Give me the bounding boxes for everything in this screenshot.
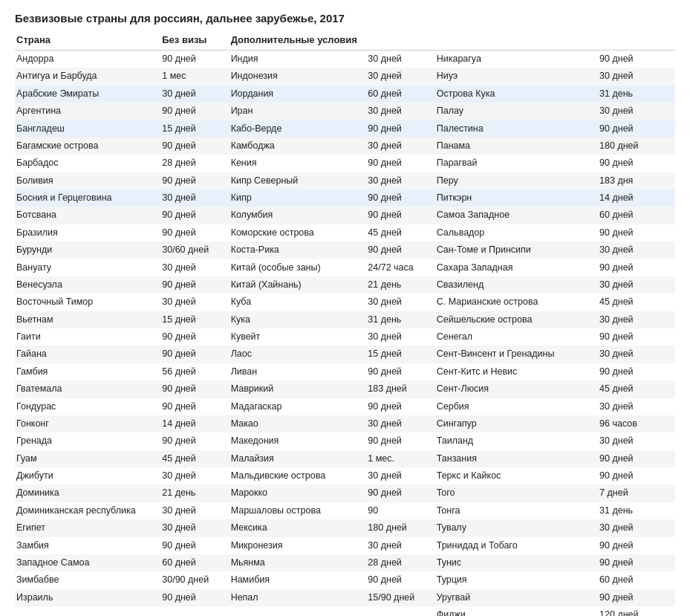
cell-r24-c4: Теркс и Кайкос bbox=[435, 467, 598, 484]
table-row: Багамские острова90 днейКамбоджа30 днейП… bbox=[15, 137, 675, 155]
cell-r5-c3: 30 дней bbox=[366, 137, 434, 155]
cell-r17-c1: 90 дней bbox=[160, 346, 229, 363]
header-visa1: Без визы bbox=[160, 32, 229, 51]
cell-r7-c4: Перу bbox=[435, 172, 598, 189]
cell-r25-c4: Того bbox=[435, 484, 598, 502]
cell-r14-c5: 45 дней bbox=[598, 294, 675, 311]
cell-r7-c2: Кипр Северный bbox=[230, 172, 367, 189]
cell-r11-c3: 90 дней bbox=[366, 241, 434, 259]
cell-r29-c2: Мьянма bbox=[230, 554, 367, 571]
cell-r29-c4: Тунис bbox=[435, 554, 598, 571]
cell-r10-c5: 90 дней bbox=[598, 224, 675, 241]
cell-r15-c0: Вьетнам bbox=[15, 311, 160, 328]
cell-r0-c3: 30 дней bbox=[366, 51, 434, 68]
cell-r2-c0: Арабские Эмираты bbox=[15, 85, 160, 103]
cell-r32-c1 bbox=[160, 606, 229, 616]
cell-r20-c4: Сербия bbox=[435, 398, 598, 415]
cell-r32-c4: Фиджи bbox=[435, 606, 598, 616]
cell-r0-c4: Никарагуа bbox=[435, 51, 598, 68]
cell-r32-c2 bbox=[230, 606, 367, 616]
header-visa3 bbox=[598, 32, 675, 51]
cell-r19-c5: 45 дней bbox=[598, 380, 675, 398]
table-row: Фиджи120 дней bbox=[15, 606, 675, 616]
header-country3 bbox=[435, 32, 598, 51]
table-row: Восточный Тимор30 днейКуба30 днейС. Мари… bbox=[15, 294, 675, 311]
cell-r30-c2: Намибия bbox=[230, 571, 367, 589]
cell-r21-c3: 30 дней bbox=[366, 415, 434, 432]
cell-r18-c4: Сент-Китс и Невис bbox=[435, 363, 598, 380]
cell-r13-c4: Свазиленд bbox=[435, 276, 598, 294]
cell-r22-c5: 30 дней bbox=[598, 432, 675, 450]
cell-r0-c2: Индия bbox=[230, 51, 367, 68]
cell-r13-c5: 30 дней bbox=[598, 276, 675, 294]
cell-r3-c0: Аргентина bbox=[15, 103, 160, 120]
table-row: Доминиканская республика30 днейМаршаловы… bbox=[15, 502, 675, 519]
cell-r24-c3: 30 дней bbox=[366, 467, 434, 484]
main-table-container: Страна Без визы Дополнительные условия А… bbox=[15, 32, 675, 616]
cell-r16-c2: Кувейт bbox=[230, 328, 367, 346]
cell-r27-c1: 30 дней bbox=[160, 519, 229, 536]
cell-r9-c5: 60 дней bbox=[598, 207, 675, 224]
cell-r18-c3: 90 дней bbox=[366, 363, 434, 380]
cell-r4-c5: 90 дней bbox=[598, 120, 675, 137]
table-row: Гонконг14 днейМакао30 днейСингапур96 час… bbox=[15, 415, 675, 432]
cell-r4-c4: Палестина bbox=[435, 120, 598, 137]
cell-r27-c4: Тувалу bbox=[435, 519, 598, 536]
cell-r8-c5: 14 дней bbox=[598, 189, 675, 207]
cell-r20-c5: 30 дней bbox=[598, 398, 675, 415]
cell-r26-c1: 30 дней bbox=[160, 502, 229, 519]
table-row: Гаити90 днейКувейт30 днейСенегал90 дней bbox=[15, 328, 675, 346]
table-row: Аргентина90 днейИран30 днейПалау30 дней bbox=[15, 103, 675, 120]
cell-r10-c3: 45 дней bbox=[366, 224, 434, 241]
table-row: Бангладеш15 днейКабо-Верде90 днейПалести… bbox=[15, 120, 675, 137]
cell-r29-c1: 60 дней bbox=[160, 554, 229, 571]
cell-r23-c1: 45 дней bbox=[160, 450, 229, 467]
table-row: Гондурас90 днейМадагаскар90 днейСербия30… bbox=[15, 398, 675, 415]
table-row: Зимбабве30/90 днейНамибия90 днейТурция60… bbox=[15, 571, 675, 589]
cell-r32-c3 bbox=[366, 606, 434, 616]
cell-r5-c4: Панама bbox=[435, 137, 598, 155]
cell-r15-c4: Сейшельские острова bbox=[435, 311, 598, 328]
cell-r4-c3: 90 дней bbox=[366, 120, 434, 137]
cell-r17-c2: Лаос bbox=[230, 346, 367, 363]
cell-r22-c3: 90 дней bbox=[366, 432, 434, 450]
cell-r20-c1: 90 дней bbox=[160, 398, 229, 415]
cell-r30-c0: Зимбабве bbox=[15, 571, 160, 589]
table-row: Венесуэла90 днейКитай (Хайнань)21 деньСв… bbox=[15, 276, 675, 294]
cell-r31-c2: Непал bbox=[230, 589, 367, 606]
cell-r26-c5: 31 день bbox=[598, 502, 675, 519]
cell-r21-c0: Гонконг bbox=[15, 415, 160, 432]
header-visa2 bbox=[366, 32, 434, 51]
cell-r14-c3: 30 дней bbox=[366, 294, 434, 311]
cell-r10-c0: Бразилия bbox=[15, 224, 160, 241]
cell-r16-c3: 30 дней bbox=[366, 328, 434, 346]
cell-r9-c0: Ботсвана bbox=[15, 207, 160, 224]
cell-r25-c3: 90 дней bbox=[366, 484, 434, 502]
cell-r21-c4: Сингапур bbox=[435, 415, 598, 432]
cell-r8-c2: Кипр bbox=[230, 189, 367, 207]
cell-r24-c2: Мальдивские острова bbox=[230, 467, 367, 484]
cell-r31-c1: 90 дней bbox=[160, 589, 229, 606]
cell-r28-c5: 90 дней bbox=[598, 537, 675, 554]
cell-r9-c2: Колумбия bbox=[230, 207, 367, 224]
cell-r17-c0: Гайана bbox=[15, 346, 160, 363]
cell-r11-c1: 30/60 дней bbox=[160, 241, 229, 259]
cell-r30-c3: 90 дней bbox=[366, 571, 434, 589]
cell-r9-c4: Самоа Западное bbox=[435, 207, 598, 224]
cell-r15-c1: 15 дней bbox=[160, 311, 229, 328]
cell-r1-c0: Антигуа и Барбуда bbox=[15, 68, 160, 85]
cell-r27-c0: Египет bbox=[15, 519, 160, 536]
cell-r28-c2: Микронезия bbox=[230, 537, 367, 554]
cell-r12-c1: 30 дней bbox=[160, 259, 229, 276]
cell-r13-c3: 21 день bbox=[366, 276, 434, 294]
cell-r13-c0: Венесуэла bbox=[15, 276, 160, 294]
table-row: Гуам45 днейМалайзия1 мес.Танзания90 дней bbox=[15, 450, 675, 467]
cell-r6-c1: 28 дней bbox=[160, 155, 229, 172]
table-row: Гренада90 днейМакедония90 днейТаиланд30 … bbox=[15, 432, 675, 450]
cell-r3-c1: 90 дней bbox=[160, 103, 229, 120]
cell-r10-c2: Коморские острова bbox=[230, 224, 367, 241]
cell-r17-c4: Сент-Винсент и Гренадины bbox=[435, 346, 598, 363]
table-row: Босния и Герцеговина30 днейКипр90 днейПи… bbox=[15, 189, 675, 207]
cell-r11-c2: Коста-Рика bbox=[230, 241, 367, 259]
cell-r14-c0: Восточный Тимор bbox=[15, 294, 160, 311]
